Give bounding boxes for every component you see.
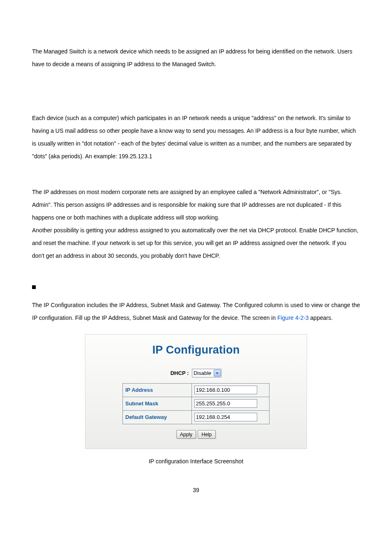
panel-title: IP Configuration — [122, 344, 270, 356]
chevron-down-icon[interactable] — [214, 370, 221, 377]
table-row: Default Gateway — [123, 411, 270, 424]
ip-address-cell — [191, 384, 269, 397]
subnet-mask-label: Subnet Mask — [123, 397, 192, 411]
dhcp-select[interactable]: Disable — [192, 369, 221, 377]
paragraph-dhcp: Another possibility is getting your addr… — [32, 224, 360, 262]
page-number: 39 — [0, 487, 392, 493]
table-row: Subnet Mask — [123, 397, 270, 411]
square-bullet-icon — [32, 285, 36, 289]
table-row: IP Address — [123, 384, 270, 397]
dhcp-select-value: Disable — [194, 370, 211, 376]
paragraph-intro: The Managed Switch is a network device w… — [32, 45, 360, 71]
figure-caption: IP configuration Interface Screenshot — [32, 458, 360, 465]
ip-configuration-panel: IP Configuration DHCP : Disable IP Addre… — [85, 334, 307, 449]
help-button[interactable]: Help — [198, 430, 216, 439]
subnet-mask-cell — [191, 397, 269, 411]
paragraph-ip-desc: Each device (such as a computer) which p… — [32, 112, 360, 163]
svg-marker-0 — [216, 372, 219, 374]
dhcp-label: DHCP : — [171, 370, 189, 376]
paragraph-admin: The IP addresses on most modern corporat… — [32, 186, 360, 224]
default-gateway-label: Default Gateway — [123, 411, 192, 424]
paragraph-ipconfig: The IP Configuration includes the IP Add… — [32, 299, 360, 324]
ip-address-input[interactable] — [194, 386, 257, 394]
text-fragment: appears. — [309, 314, 332, 321]
default-gateway-input[interactable] — [194, 413, 257, 421]
figure-link[interactable]: Figure 4-2-3 — [277, 314, 309, 321]
dhcp-row: DHCP : Disable — [122, 369, 270, 377]
subnet-mask-input[interactable] — [194, 399, 257, 408]
ip-config-table: IP Address Subnet Mask Default Gateway — [122, 383, 270, 424]
apply-button[interactable]: Apply — [176, 430, 196, 439]
default-gateway-cell — [191, 411, 269, 424]
ip-address-label: IP Address — [123, 384, 192, 397]
section-bullet — [32, 285, 360, 289]
